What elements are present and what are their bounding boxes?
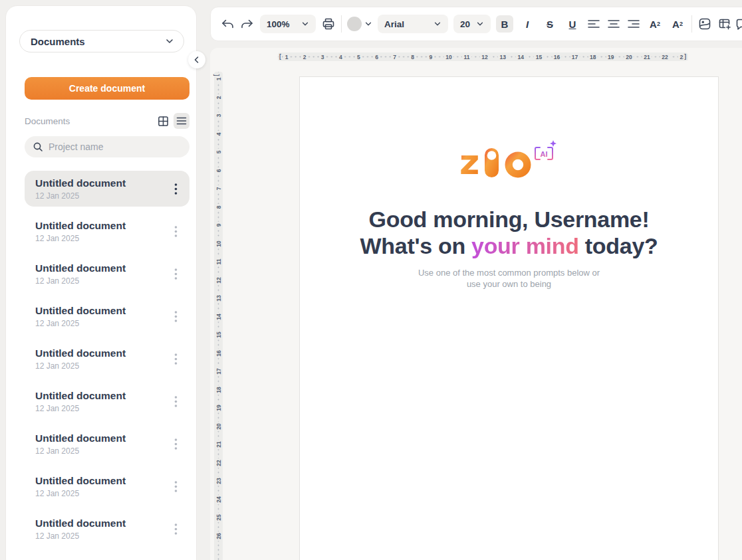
ruler-number: 9 bbox=[215, 222, 222, 229]
ruler-number: 23 bbox=[678, 54, 687, 60]
table-add-icon bbox=[718, 17, 732, 31]
ruler-number: 2 bbox=[215, 94, 222, 101]
ruler-number: 22 bbox=[215, 458, 222, 467]
grid-view-button[interactable] bbox=[155, 113, 171, 129]
document-date: 12 Jan 2025 bbox=[35, 319, 171, 328]
greeting-heading: Good morning, Username! What's on your m… bbox=[360, 206, 658, 259]
text-color-dropdown[interactable] bbox=[347, 17, 372, 31]
ruler-number: 15 bbox=[215, 330, 222, 339]
document-list-item[interactable]: Untitled document12 Jan 2025 bbox=[25, 341, 189, 377]
ruler-number: 18 bbox=[215, 385, 222, 394]
superscript-button[interactable]: A2 bbox=[646, 15, 664, 33]
document-list-item[interactable]: Untitled document12 Jan 2025 bbox=[25, 383, 189, 419]
document-title: Untitled document bbox=[35, 304, 171, 317]
kebab-menu-icon[interactable] bbox=[171, 437, 180, 450]
document-title: Untitled document bbox=[35, 219, 171, 232]
list-view-button[interactable] bbox=[174, 113, 189, 129]
svg-text:AI: AI bbox=[540, 150, 547, 158]
font-family-dropdown[interactable]: Arial bbox=[378, 15, 448, 33]
ruler-number: 18 bbox=[588, 54, 597, 60]
search-box[interactable] bbox=[25, 136, 189, 157]
align-left-button[interactable] bbox=[586, 15, 601, 33]
underline-button[interactable]: U bbox=[564, 15, 581, 33]
comment-button[interactable] bbox=[735, 15, 742, 33]
toolbar-divider bbox=[691, 15, 692, 33]
zoom-dropdown[interactable]: 100% bbox=[260, 15, 316, 33]
undo-icon bbox=[221, 18, 234, 31]
kebab-menu-icon[interactable] bbox=[171, 267, 180, 280]
ruler-number: 24 bbox=[215, 494, 222, 504]
ruler-number: 4 bbox=[215, 131, 222, 138]
redo-button[interactable] bbox=[240, 15, 255, 33]
ruler-number: 8 bbox=[215, 204, 222, 211]
font-family-value: Arial bbox=[384, 19, 404, 29]
kebab-menu-icon[interactable] bbox=[171, 352, 180, 365]
document-list-item[interactable]: Untitled document12 Jan 2025 bbox=[25, 426, 189, 462]
font-size-value: 20 bbox=[460, 19, 470, 29]
bold-button[interactable]: B bbox=[496, 15, 513, 33]
kebab-menu-icon[interactable] bbox=[171, 225, 180, 238]
greeting-line2: What's on your mind today? bbox=[360, 233, 658, 259]
insert-image-button[interactable] bbox=[697, 15, 712, 33]
ai-badge: AI bbox=[535, 140, 556, 159]
document-list-item[interactable]: Untitled document12 Jan 2025 bbox=[25, 213, 189, 249]
ruler-number: 11 bbox=[462, 54, 471, 60]
kebab-menu-icon[interactable] bbox=[171, 480, 180, 493]
chevron-left-icon bbox=[193, 56, 201, 64]
redo-icon bbox=[241, 18, 254, 31]
document-title: Untitled document bbox=[35, 474, 171, 487]
kebab-menu-icon[interactable] bbox=[171, 522, 180, 535]
ruler-number: 23 bbox=[215, 476, 222, 486]
ruler-number: 12 bbox=[215, 275, 222, 284]
document-list-item[interactable]: Untitled document12 Jan 2025 bbox=[25, 171, 189, 207]
ruler-number: 14 bbox=[516, 54, 525, 60]
color-swatch bbox=[347, 17, 362, 31]
ruler-number: 21 bbox=[215, 440, 222, 449]
document-title: Untitled document bbox=[35, 432, 171, 444]
workspace-selector[interactable]: Documents bbox=[19, 30, 184, 52]
grid-icon bbox=[158, 116, 169, 127]
document-page[interactable]: z AI Good bbox=[299, 76, 719, 560]
search-input[interactable] bbox=[49, 141, 168, 152]
ruler-number: 5 bbox=[356, 54, 362, 60]
greeting-subtitle: Use one of the most common prompts below… bbox=[418, 267, 600, 290]
kebab-menu-icon[interactable] bbox=[171, 310, 180, 323]
horizontal-ruler[interactable]: 1234567891011121314151617181920212223 bbox=[278, 52, 687, 61]
greeting-line1: Good morning, Username! bbox=[360, 206, 658, 233]
list-icon bbox=[176, 116, 187, 126]
print-button[interactable] bbox=[321, 15, 336, 33]
kebab-menu-icon[interactable] bbox=[171, 395, 180, 408]
italic-button[interactable]: I bbox=[519, 15, 536, 33]
ruler-number: 4 bbox=[337, 54, 344, 60]
document-title: Untitled document bbox=[35, 177, 171, 189]
zio-logo: z AI bbox=[459, 140, 559, 179]
ruler-number: 7 bbox=[215, 185, 222, 192]
undo-button[interactable] bbox=[220, 15, 235, 33]
documents-section-header: Documents bbox=[25, 113, 189, 129]
create-document-button[interactable]: Create document bbox=[25, 77, 189, 100]
ruler-number: 20 bbox=[215, 421, 222, 430]
sidebar-collapse-button[interactable] bbox=[188, 51, 205, 68]
align-center-button[interactable] bbox=[606, 15, 621, 33]
ruler-number: 11 bbox=[215, 257, 222, 266]
ruler-number: 13 bbox=[215, 294, 222, 303]
ruler-number: 21 bbox=[642, 54, 652, 60]
align-right-button[interactable] bbox=[626, 15, 641, 33]
font-size-dropdown[interactable]: 20 bbox=[453, 15, 491, 33]
document-list-item[interactable]: Untitled document12 Jan 2025 bbox=[25, 468, 189, 504]
chevron-down-icon bbox=[301, 20, 309, 28]
document-list-item[interactable]: Untitled document12 Jan 2025 bbox=[25, 298, 189, 334]
strikethrough-button[interactable]: S bbox=[541, 15, 558, 33]
document-title: Untitled document bbox=[35, 262, 171, 274]
document-list-item[interactable]: Untitled document12 Jan 2025 bbox=[25, 256, 189, 292]
insert-table-button[interactable] bbox=[717, 15, 732, 33]
subscript-button[interactable]: A2 bbox=[669, 15, 686, 33]
ruler-number: 9 bbox=[428, 54, 434, 60]
document-list-item[interactable]: Untitled document12 Jan 2025 bbox=[25, 511, 189, 547]
vertical-ruler[interactable]: 1234567891011121314151617181920212223242… bbox=[214, 72, 223, 560]
greeting-highlight: your mind bbox=[471, 233, 579, 258]
printer-icon bbox=[322, 17, 335, 31]
ruler-number: 16 bbox=[215, 348, 222, 357]
app-window: Documents Create document Documents bbox=[0, 0, 742, 560]
kebab-menu-icon[interactable] bbox=[171, 182, 180, 195]
